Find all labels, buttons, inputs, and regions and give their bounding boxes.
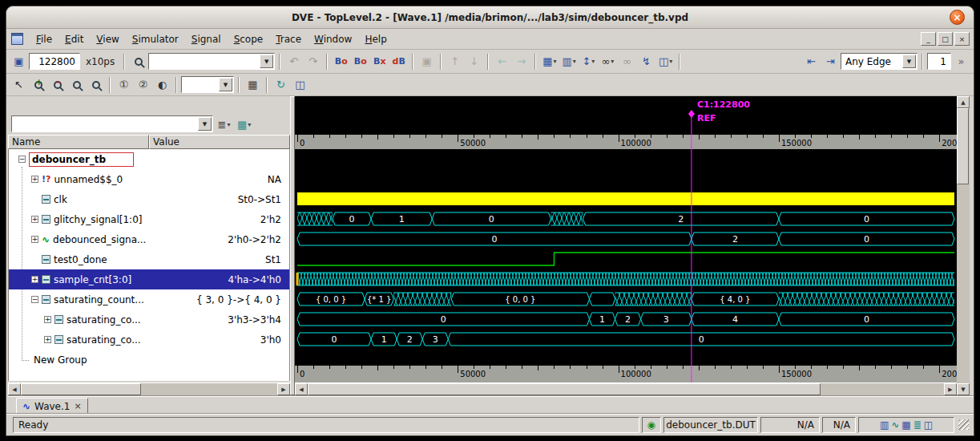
expand-icon[interactable]: + [31, 216, 38, 223]
tree-row-clk[interactable]: clkSt0->St1 [9, 189, 289, 209]
grid-display-button-dropdown-icon[interactable]: ▾ [554, 58, 557, 65]
statusbar-memory-icon[interactable]: ▥ [880, 419, 889, 431]
time-field[interactable]: 122800 [29, 53, 80, 70]
zoom-half-button[interactable]: ◐ [153, 76, 171, 94]
tree-row-saturating-count[interactable]: −saturating_count...{ 3, 0 }->{ 4, 0 } [9, 289, 289, 310]
compare-button[interactable]: ◫▾ [656, 53, 675, 71]
tab-close-icon[interactable]: × [74, 401, 81, 411]
collapse-icon[interactable]: − [18, 156, 26, 163]
wave-vscroll-thumb[interactable] [957, 108, 969, 184]
zoom-cursor-button[interactable] [87, 76, 105, 94]
tree-row-debouncer-tb[interactable]: −debouncer_tb [9, 149, 289, 169]
scroll-up-icon[interactable]: ▲ [957, 96, 970, 108]
trace-driver-button[interactable]: ↯ [637, 53, 655, 71]
select-pointer-button[interactable]: ↖ [10, 76, 28, 94]
reload-button[interactable]: ↻ [272, 76, 290, 94]
wave-sample-cnt[interactable] [296, 273, 955, 285]
snapshot-button[interactable]: ◫ [291, 76, 309, 94]
edge-type-combo[interactable]: Any Edge▼ [841, 53, 917, 70]
signal-select-combo-arrow-icon[interactable]: ▼ [260, 55, 273, 68]
tree-row-new-group[interactable]: New Group [9, 350, 289, 370]
view-signals-button[interactable]: ∞▾ [599, 53, 617, 71]
toolbar-overflow-button[interactable]: » [952, 53, 970, 71]
wave-style-button[interactable]: ▥▾ [560, 53, 579, 71]
hide-signals-button[interactable]: ∞ [618, 53, 636, 71]
menu-edit[interactable]: Edit [58, 31, 90, 47]
copy-button[interactable]: ▣ [417, 53, 436, 71]
grid-display-button[interactable]: ▦▾ [540, 53, 559, 71]
scroll-down-icon[interactable]: ▼ [957, 383, 970, 395]
edge-type-combo-arrow-icon[interactable]: ▼ [902, 55, 916, 68]
menu-signal[interactable]: Signal [185, 31, 228, 47]
grid-toggle-button[interactable]: ▦ [244, 76, 262, 94]
zoom-fit-button[interactable] [67, 76, 86, 94]
marker-display-button-dropdown-icon[interactable]: ▾ [591, 58, 595, 65]
radix-oct-button[interactable]: Bo [351, 53, 369, 71]
marker-display-button[interactable]: ↕▾ [579, 53, 598, 71]
wave-scroll-left-icon[interactable]: ◀ [295, 383, 308, 395]
tree-row-debounced-signal[interactable]: +∿debounced_signa...2'h0->2'h2 [9, 229, 289, 249]
tree-row-saturating-count-b[interactable]: +saturating_co...3'h0 [9, 330, 289, 350]
scroll-left-icon[interactable]: ◀ [8, 383, 21, 395]
zoom-level-combo-arrow-icon[interactable]: ▼ [219, 78, 232, 91]
radix-dec-button[interactable]: dB [389, 53, 408, 71]
compare-button-dropdown-icon[interactable]: ▾ [669, 58, 672, 65]
zoom-redo-button[interactable]: ↷ [304, 53, 322, 71]
wave-scroll-right-icon[interactable]: ▶ [944, 383, 957, 395]
back-button[interactable]: ← [493, 53, 511, 71]
tab-wave-1[interactable]: ∿ Wave.1 × [16, 398, 88, 415]
statusbar-window-icon[interactable]: ◫ [924, 419, 933, 431]
menu-window[interactable]: Window [308, 31, 358, 47]
wave-clk[interactable] [297, 192, 954, 205]
list-view-button[interactable]: ≣▾ [215, 115, 233, 133]
prev-edge-button[interactable]: ⇤ [802, 53, 821, 71]
menu-view[interactable]: View [90, 31, 125, 47]
close-button[interactable]: × [950, 10, 965, 25]
collapse-icon[interactable]: − [31, 296, 38, 303]
time-ruler-top[interactable]: 050000100000150000200000 [295, 135, 957, 149]
forward-button[interactable]: → [512, 53, 530, 71]
signal-filter-combo-arrow-icon[interactable]: ▼ [198, 117, 212, 131]
radix-hex-button[interactable]: Bx [370, 53, 389, 71]
tree-row-unnamed-0[interactable]: +!?unnamed$$_0NA [9, 169, 289, 189]
menu-trace[interactable]: Trace [269, 31, 308, 47]
group-view-button[interactable]: ▦▾ [235, 115, 253, 133]
menu-scope[interactable]: Scope [228, 31, 270, 47]
scroll-right-icon[interactable]: ▶ [277, 383, 290, 395]
move-up-button[interactable]: ↑ [446, 53, 464, 71]
tree-row-glitchy-signal[interactable]: +glitchy_signal[1:0]2'h2 [9, 209, 289, 229]
tree-row-test0-done[interactable]: test0_doneSt1 [9, 249, 289, 269]
statusbar-list-icon[interactable]: ≣ [913, 419, 922, 431]
zoom-out-button[interactable] [48, 76, 67, 94]
list-view-button-dropdown-icon[interactable]: ▾ [227, 121, 230, 128]
expand-icon[interactable]: + [31, 276, 38, 283]
signal-filter-combo[interactable]: ▼ [11, 115, 213, 132]
tree-row-saturating-count-a[interactable]: +saturating_co...3'h3->3'h4 [9, 310, 289, 330]
expand-icon[interactable]: + [44, 336, 51, 343]
search-button[interactable] [129, 53, 147, 71]
expand-icon[interactable]: + [44, 316, 51, 323]
statusbar-wave-icon[interactable]: ∿ [891, 419, 899, 431]
wave-saturating-count[interactable]: { 0, 0 }{* 1 }{ 0, 0 }{ 4, 0 } [297, 293, 954, 305]
child-close-button[interactable]: × [954, 32, 970, 46]
resize-grip[interactable] [958, 419, 969, 430]
move-down-button[interactable]: ↓ [465, 53, 483, 71]
menu-simulator[interactable]: Simulator [126, 31, 185, 47]
statusbar-grid-icon[interactable]: ▦ [901, 419, 910, 431]
zoom-2x-button[interactable]: ② [134, 76, 152, 94]
view-signals-button-dropdown-icon[interactable]: ▾ [611, 58, 614, 65]
zoom-in-button[interactable] [29, 76, 47, 94]
group-view-button-dropdown-icon[interactable]: ▾ [248, 121, 251, 128]
waveform-canvas[interactable]: 0500001000001500002000000500001000001500… [295, 96, 957, 382]
wave-style-button-dropdown-icon[interactable]: ▾ [573, 58, 576, 65]
zoom-undo-button[interactable]: ↶ [284, 53, 303, 71]
wave-hscroll-thumb[interactable] [308, 383, 821, 395]
zoom-level-combo[interactable]: ▼ [181, 76, 234, 93]
column-header-name[interactable]: Name [8, 135, 149, 149]
title-bar[interactable]: DVE - TopLevel.2 - [Wave.1] /media/brimo… [6, 6, 974, 29]
expand-icon[interactable]: + [31, 236, 38, 243]
next-edge-button[interactable]: ⇥ [821, 53, 840, 71]
time-ruler-bottom[interactable]: 050000100000150000200000 [295, 366, 957, 382]
child-restore-button[interactable]: □ [938, 32, 953, 46]
tree-hscroll-thumb[interactable] [21, 383, 141, 395]
